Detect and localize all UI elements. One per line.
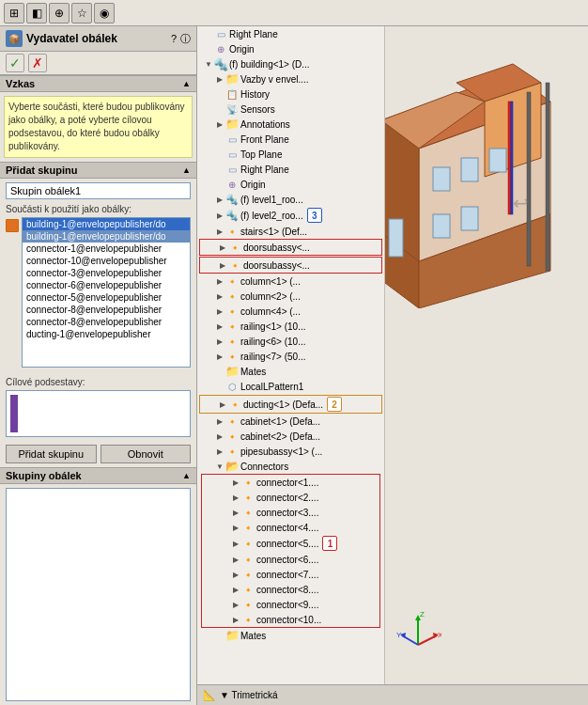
tree-item-cabinet2[interactable]: ▶ 🔸 cabinet<2> (Defa...	[197, 429, 384, 444]
tree-item-railing1[interactable]: ▶ 🔸 railing<1> (10...	[197, 319, 384, 334]
component-item-3[interactable]: connector-10@envelopepublisher	[23, 255, 190, 267]
pridat-skupinu-header[interactable]: Přidat skupinu ▲	[0, 162, 196, 179]
tree-item-front-plane[interactable]: ▭ Front Plane	[197, 132, 384, 147]
tree-item-connector5[interactable]: ▶ 🔸 connector<5.... 1	[202, 535, 379, 552]
tree-item-locallpattern[interactable]: ⬡ LocalLPattern1	[197, 379, 384, 394]
vzkas-section-header[interactable]: Vzkas ▲	[0, 75, 196, 92]
tree-item-top-plane[interactable]: ▭ Top Plane	[197, 147, 384, 162]
component-item-8[interactable]: connector-8@envelopepublisher	[23, 316, 190, 328]
toolbar-btn-5[interactable]: ◉	[94, 3, 115, 24]
component-item-6[interactable]: connector-5@envelopepublisher	[23, 291, 190, 304]
tree-item-connector9[interactable]: ▶ 🔸 connector<9....	[202, 597, 379, 612]
soucasti-label: Součásti k použití jako obálky:	[6, 204, 191, 214]
tree-label: column<2> (...	[240, 291, 301, 302]
tree-item-building[interactable]: ▼ 🔩 (f) building<1> (D...	[197, 56, 384, 71]
component-icon: 🔸	[241, 553, 255, 566]
components-list[interactable]: building-1@envelopepublisher/do building…	[22, 217, 191, 368]
component-icon: 🔸	[225, 274, 239, 288]
tree-item-level2[interactable]: ▶ 🔩 (f) level2_roo... 3	[197, 207, 384, 224]
tree-item-vazby[interactable]: ▶ 📁 Vazby v envel....	[197, 71, 384, 86]
axes-indicator: Z X Y	[395, 607, 441, 656]
tree-item-annotations[interactable]: ▶ 📁 Annotations	[197, 117, 384, 132]
tree-item-level1[interactable]: ▶ 🔩 (f) level1_roo...	[197, 192, 384, 207]
tree-panel[interactable]: ▭ Right Plane ⊕ Origin ▼ 🔩 (f) building<…	[197, 26, 385, 684]
assembly-icon: 🔩	[225, 209, 239, 222]
svg-rect-10	[489, 149, 506, 172]
tree-item-connector6[interactable]: ▶ 🔸 connector<6....	[202, 552, 379, 567]
skupina-input[interactable]	[6, 182, 191, 199]
tree-label: connector<8....	[256, 585, 318, 595]
tree-item-connector8[interactable]: ▶ 🔸 connector<8....	[202, 582, 379, 597]
tree-label: Mates	[240, 631, 266, 641]
arrow: ▶	[230, 586, 241, 594]
pridat-btn[interactable]: Přidat skupinu	[6, 445, 97, 463]
tree-item-connector10[interactable]: ▶ 🔸 connector<10...	[202, 612, 379, 627]
arrow: ▶	[214, 447, 225, 456]
skupiny-header[interactable]: Skupiny obálek ▲	[0, 467, 196, 484]
tree-item-connector2[interactable]: ▶ 🔸 connector<2....	[202, 490, 379, 505]
arrow: ▶	[214, 417, 225, 426]
tree-label: connector<9....	[256, 600, 318, 610]
tree-item-mates[interactable]: 📁 Mates	[197, 364, 384, 379]
tree-item-right-plane-top[interactable]: ▭ Right Plane	[197, 26, 384, 41]
component-item-9[interactable]: ducting-1@envelopepublisher	[23, 328, 190, 340]
component-item-1[interactable]: building-1@envelopepublisher/do	[23, 230, 190, 243]
component-icon: 🔸	[225, 445, 239, 458]
tree-item-origin-top[interactable]: ⊕ Origin	[197, 41, 384, 56]
arrow: ▶	[230, 616, 241, 624]
component-item-5[interactable]: connector-6@envelopepublisher	[23, 279, 190, 291]
tree-item-origin-nested[interactable]: ⊕ Origin	[197, 177, 384, 192]
vzkas-label: Vzkas	[6, 78, 35, 89]
tree-item-connector7[interactable]: ▶ 🔸 connector<7....	[202, 567, 379, 582]
obnovit-btn[interactable]: Obnovit	[101, 445, 192, 463]
cancel-button[interactable]: ✗	[28, 54, 47, 72]
tree-label: LocalLPattern1	[240, 382, 303, 392]
toolbar-btn-3[interactable]: ⊕	[49, 3, 70, 24]
check-button[interactable]: ✓	[6, 54, 24, 72]
tree-item-history[interactable]: 📋 History	[197, 86, 384, 102]
tree-item-doorsubassy1[interactable]: ▶ 🔸 doorsubassy<...	[200, 240, 381, 255]
tree-item-connector3[interactable]: ▶ 🔸 connector<3....	[202, 505, 379, 520]
tree-label: connector<7....	[256, 570, 318, 580]
tree-item-railing6[interactable]: ▶ 🔸 railing<6> (10...	[197, 334, 384, 349]
arrow: ▶	[230, 556, 241, 564]
vzkas-text: Vyberte součásti, které budou publikován…	[4, 96, 193, 158]
tree-label: Annotations	[240, 119, 290, 130]
component-icon: 🔸	[241, 583, 255, 596]
tree-item-column4[interactable]: ▶ 🔸 column<4> (...	[197, 304, 384, 319]
help-icon[interactable]: ?	[171, 33, 177, 44]
component-item-2[interactable]: connector-1@envelopepublisher	[23, 243, 190, 255]
tree-label: column<4> (...	[240, 306, 301, 317]
skupiny-section	[0, 484, 196, 705]
component-item-7[interactable]: connector-8@envelopepublisher	[23, 304, 190, 316]
3d-view[interactable]: ↩ Z X Y	[385, 26, 588, 684]
info-icon[interactable]: ⓘ	[180, 32, 191, 46]
component-item-4[interactable]: connector-3@envelopepublisher	[23, 267, 190, 279]
toolbar-btn-4[interactable]: ☆	[71, 3, 92, 24]
tree-item-railing7[interactable]: ▶ 🔸 railing<7> (50...	[197, 349, 384, 364]
component-icon: 🔸	[225, 350, 239, 363]
arrow: ▶	[217, 400, 228, 409]
tree-item-connector4[interactable]: ▶ 🔸 connector<4....	[202, 520, 379, 535]
tree-item-stairs[interactable]: ▶ 🔸 stairs<1> (Def...	[197, 224, 384, 239]
toolbar-btn-2[interactable]: ◧	[26, 3, 47, 24]
component-item-0[interactable]: building-1@envelopepublisher/do	[23, 218, 190, 230]
arrow: ▶	[214, 432, 225, 441]
tree-item-connectors-folder[interactable]: ▼ 📂 Connectors	[197, 459, 384, 474]
tree-item-mates-bottom[interactable]: 📁 Mates	[197, 628, 384, 643]
bottom-bar[interactable]: 📐 ▼ Trimetrická	[197, 684, 588, 705]
tree-item-right-plane-nested[interactable]: ▭ Right Plane	[197, 162, 384, 177]
arrow: ▶	[214, 337, 225, 346]
tree-item-pipesubassy[interactable]: ▶ 🔸 pipesubassy<1> (...	[197, 444, 384, 459]
tree-item-connector1[interactable]: ▶ 🔸 connector<1....	[202, 475, 379, 490]
tree-item-sensors[interactable]: 📡 Sensors	[197, 102, 384, 117]
tree-item-cabinet1[interactable]: ▶ 🔸 cabinet<1> (Defa...	[197, 414, 384, 429]
tree-item-doorsubassy2[interactable]: ▶ 🔸 doorsubassy<...	[200, 258, 381, 273]
tree-item-column1[interactable]: ▶ 🔸 column<1> (...	[197, 274, 384, 289]
cilove-label: Cílové podsestavy:	[6, 377, 191, 387]
folder-icon: 📁	[225, 365, 239, 378]
history-icon: 📋	[225, 87, 239, 101]
tree-item-column2[interactable]: ▶ 🔸 column<2> (...	[197, 289, 384, 304]
toolbar-btn-1[interactable]: ⊞	[4, 3, 24, 24]
tree-item-ducting[interactable]: ▶ 🔸 ducting<1> (Defa... 2	[200, 396, 381, 413]
